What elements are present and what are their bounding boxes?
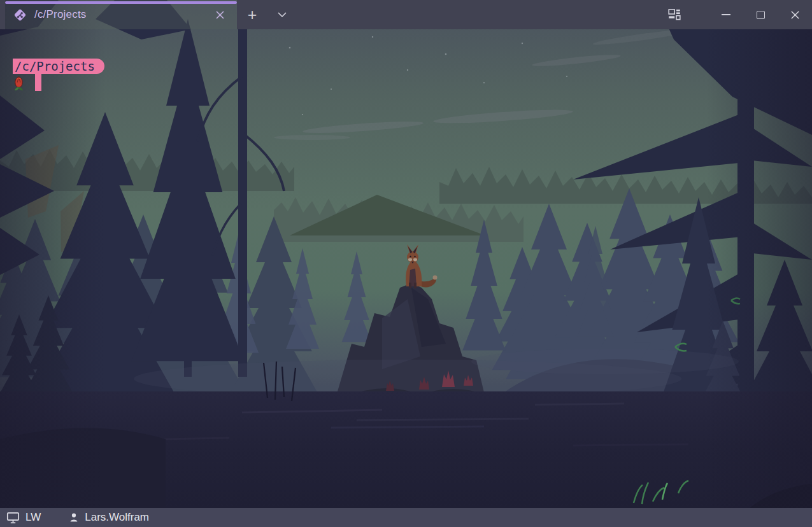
status-bar: LW Lars.Wolfram	[0, 508, 812, 527]
tab-projects[interactable]: /c/Projects	[5, 0, 237, 29]
close-icon	[790, 10, 800, 20]
status-host[interactable]: LW	[6, 511, 41, 524]
grid-layout-icon	[668, 8, 681, 21]
terminal-window: /c/Projects +	[0, 0, 812, 527]
layout-grid-button[interactable]	[660, 0, 688, 29]
tulip-icon	[13, 76, 24, 91]
monitor-icon	[6, 512, 20, 524]
status-host-label: LW	[25, 511, 41, 524]
status-user-label: Lars.Wolfram	[85, 511, 149, 524]
user-icon	[69, 512, 79, 523]
git-icon	[13, 8, 27, 22]
active-tab-accent	[5, 1, 237, 4]
maximize-icon	[757, 11, 765, 19]
tab-close-button[interactable]	[211, 6, 228, 23]
minimize-button[interactable]	[712, 0, 740, 29]
status-user[interactable]: Lars.Wolfram	[69, 511, 149, 524]
chevron-down-icon	[278, 12, 287, 18]
maximize-button[interactable]	[746, 0, 774, 29]
new-tab-button[interactable]: +	[239, 0, 265, 29]
terminal-cursor	[35, 74, 41, 91]
window-close-button[interactable]	[781, 0, 809, 29]
prompt-path-segment: /c/Projects	[13, 59, 104, 74]
tabbar-filler	[0, 0, 5, 29]
terminal-pane[interactable]: /c/Projects	[0, 29, 812, 508]
tab-title: /c/Projects	[34, 8, 211, 21]
minimize-icon	[722, 14, 730, 15]
tabs-dropdown-button[interactable]	[268, 0, 296, 29]
close-icon	[215, 10, 225, 20]
tab-bar: /c/Projects +	[0, 0, 812, 29]
